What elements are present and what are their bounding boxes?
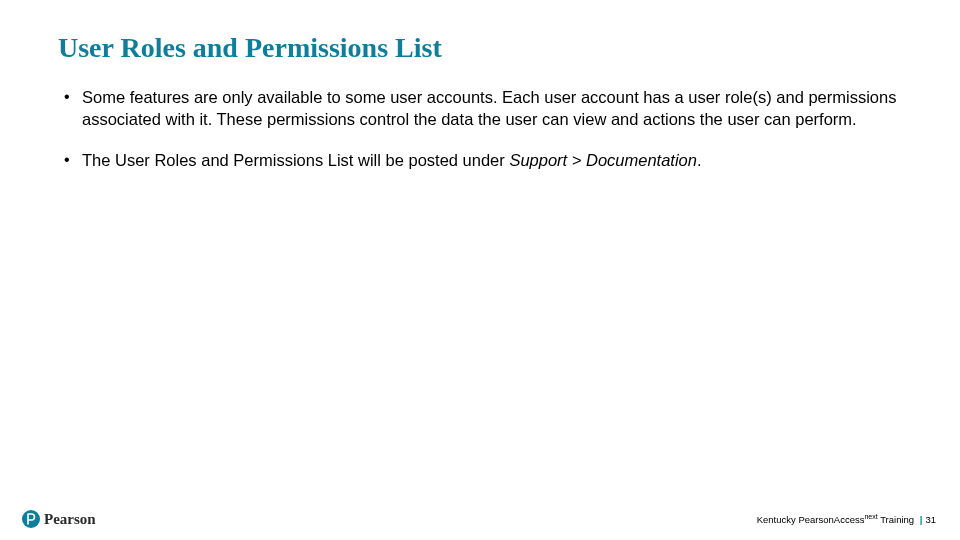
- brand-name: Pearson: [44, 511, 96, 528]
- bullet-text-pre: The User Roles and Permissions List will…: [82, 151, 509, 169]
- footer-credit: Kentucky PearsonAccessnext Training |31: [757, 513, 936, 525]
- footer-text-sup: next: [864, 513, 877, 520]
- footer-text-post: Training: [878, 514, 914, 525]
- page-title: User Roles and Permissions List: [58, 32, 902, 64]
- slide: User Roles and Permissions List Some fea…: [0, 0, 960, 540]
- bullet-text: Some features are only available to some…: [82, 88, 896, 128]
- brand-logo: Pearson: [22, 510, 96, 528]
- pearson-p-icon: [22, 510, 40, 528]
- list-item: The User Roles and Permissions List will…: [64, 149, 902, 171]
- bullet-list: Some features are only available to some…: [58, 86, 902, 171]
- page-number: 31: [925, 514, 936, 525]
- footer-text-pre: Kentucky PearsonAccess: [757, 514, 865, 525]
- bullet-text-italic: Support > Documentation: [509, 151, 697, 169]
- list-item: Some features are only available to some…: [64, 86, 902, 131]
- bullet-text-post: .: [697, 151, 702, 169]
- footer: Pearson Kentucky PearsonAccessnext Train…: [0, 510, 960, 528]
